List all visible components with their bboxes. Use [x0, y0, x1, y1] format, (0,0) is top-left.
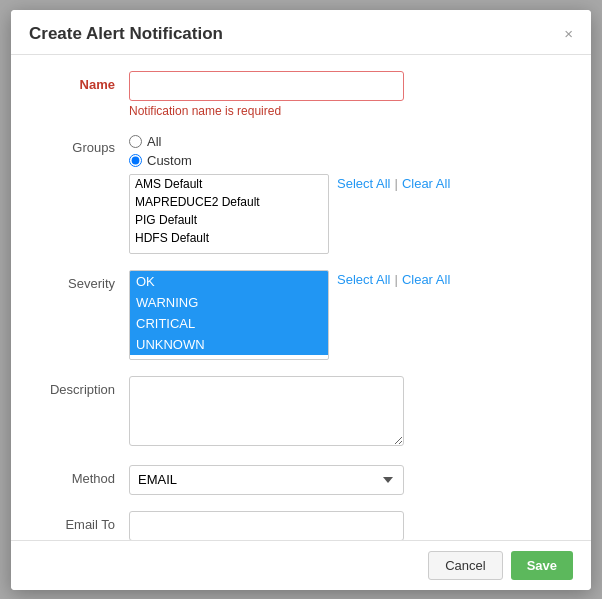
list-item[interactable]: AMS Default — [130, 175, 328, 193]
list-item[interactable]: CRITICAL — [130, 313, 328, 334]
severity-separator: | — [394, 272, 397, 287]
groups-list-container: AMS Default MAPREDUCE2 Default PIG Defau… — [129, 174, 573, 254]
groups-clear-all-button[interactable]: Clear All — [402, 176, 450, 191]
list-item[interactable]: HDFS Default — [130, 229, 328, 247]
method-select[interactable]: EMAIL SNMP PAGERDUTY — [129, 465, 404, 495]
severity-content: OK WARNING CRITICAL UNKNOWN Select All |… — [129, 270, 573, 360]
groups-custom-radio[interactable] — [129, 154, 142, 167]
groups-row: Groups All Custom AMS — [29, 134, 573, 254]
email-to-row: Email To — [29, 511, 573, 540]
modal-title: Create Alert Notification — [29, 24, 223, 44]
name-row: Name Notification name is required — [29, 71, 573, 118]
description-input[interactable] — [129, 376, 404, 446]
list-item[interactable]: PIG Default — [130, 211, 328, 229]
groups-radio-group: All Custom — [129, 134, 573, 168]
groups-all-radio[interactable] — [129, 135, 142, 148]
list-item[interactable]: OK — [130, 271, 328, 292]
list-item[interactable]: WARNING — [130, 292, 328, 313]
description-label: Description — [29, 376, 129, 397]
name-field-container: Notification name is required — [129, 71, 573, 118]
groups-label: Groups — [29, 134, 129, 155]
method-content: EMAIL SNMP PAGERDUTY — [129, 465, 573, 495]
groups-links: Select All | Clear All — [337, 174, 450, 191]
groups-links-row: Select All | Clear All — [337, 176, 450, 191]
save-button[interactable]: Save — [511, 551, 573, 580]
severity-select-all-button[interactable]: Select All — [337, 272, 390, 287]
email-to-label: Email To — [29, 511, 129, 532]
description-content — [129, 376, 573, 449]
groups-list[interactable]: AMS Default MAPREDUCE2 Default PIG Defau… — [129, 174, 329, 254]
description-row: Description — [29, 376, 573, 449]
modal-body: Name Notification name is required Group… — [11, 55, 591, 540]
name-input[interactable] — [129, 71, 404, 101]
name-error: Notification name is required — [129, 104, 573, 118]
groups-all-label[interactable]: All — [147, 134, 161, 149]
groups-custom-row: Custom — [129, 153, 573, 168]
groups-content: All Custom AMS Default MAPREDUCE2 Defaul… — [129, 134, 573, 254]
groups-all-row: All — [129, 134, 573, 149]
list-item[interactable]: MAPREDUCE2 Default — [130, 193, 328, 211]
method-label: Method — [29, 465, 129, 486]
severity-clear-button[interactable]: Clear All — [402, 272, 450, 287]
severity-row: Severity OK WARNING CRITICAL UNKNOWN Sel… — [29, 270, 573, 360]
method-row: Method EMAIL SNMP PAGERDUTY — [29, 465, 573, 495]
email-to-input[interactable] — [129, 511, 404, 540]
modal-overlay: Create Alert Notification × Name Notific… — [0, 0, 602, 599]
groups-select-all-button[interactable]: Select All — [337, 176, 390, 191]
modal: Create Alert Notification × Name Notific… — [11, 10, 591, 590]
severity-list[interactable]: OK WARNING CRITICAL UNKNOWN — [129, 270, 329, 360]
groups-custom-label[interactable]: Custom — [147, 153, 192, 168]
groups-separator: | — [394, 176, 397, 191]
severity-links: Select All | Clear All — [337, 270, 450, 287]
cancel-button[interactable]: Cancel — [428, 551, 502, 580]
severity-links-row: Select All | Clear All — [337, 272, 450, 287]
severity-list-container: OK WARNING CRITICAL UNKNOWN Select All |… — [129, 270, 573, 360]
severity-label: Severity — [29, 270, 129, 291]
close-button[interactable]: × — [564, 26, 573, 41]
modal-header: Create Alert Notification × — [11, 10, 591, 55]
list-item[interactable]: UNKNOWN — [130, 334, 328, 355]
email-to-content — [129, 511, 573, 540]
name-label: Name — [29, 71, 129, 92]
modal-footer: Cancel Save — [11, 540, 591, 590]
